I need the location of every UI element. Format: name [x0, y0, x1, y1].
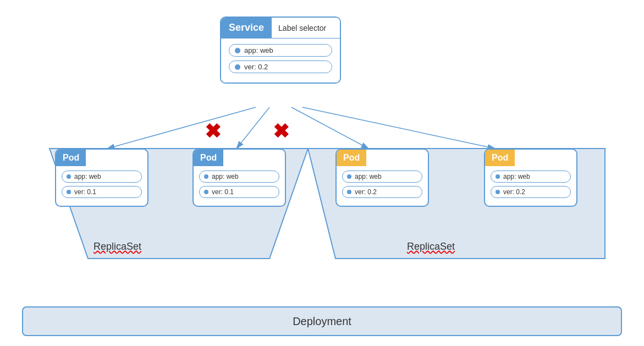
- service-title-row: Service Label selector: [221, 18, 340, 39]
- pod4-label-ver: ver: 0.2: [491, 186, 571, 198]
- dot-icon: [496, 190, 500, 194]
- svg-line-4: [291, 107, 368, 149]
- pod-body-3: app: web ver: 0.2: [337, 166, 428, 206]
- x-mark-2: ✖: [273, 120, 289, 143]
- pod-body-4: app: web ver: 0.2: [485, 166, 576, 206]
- service-box: Service Label selector app: web ver: 0.2: [220, 17, 341, 84]
- service-label-selector: Label selector: [272, 19, 333, 37]
- pod1-label-ver: ver: 0.1: [62, 186, 142, 198]
- pod3-label-ver: ver: 0.2: [342, 186, 422, 198]
- service-body: app: web ver: 0.2: [221, 39, 340, 83]
- pod-header-3: Pod: [337, 150, 428, 166]
- dot-icon: [235, 64, 240, 70]
- pod-box-3: Pod app: web ver: 0.2: [335, 149, 429, 207]
- pod-body-1: app: web ver: 0.1: [56, 166, 147, 206]
- pod4-label-app: app: web: [491, 171, 571, 183]
- deployment-label: Deployment: [293, 315, 351, 328]
- pod-box-2: Pod app: web ver: 0.1: [192, 149, 286, 207]
- x-mark-1: ✖: [205, 120, 221, 143]
- service-header: Service: [221, 18, 272, 38]
- pod2-label-ver: ver: 0.1: [199, 186, 279, 198]
- svg-line-5: [302, 107, 495, 149]
- pod-header-2: Pod: [194, 150, 285, 166]
- service-label-app: app: web: [229, 44, 332, 57]
- dot-icon: [67, 174, 71, 179]
- svg-line-3: [236, 107, 269, 149]
- dot-icon: [235, 48, 240, 53]
- pod-box-4: Pod app: web ver: 0.2: [484, 149, 577, 207]
- dot-icon: [67, 190, 71, 194]
- svg-line-2: [107, 107, 256, 149]
- pod1-label-app: app: web: [62, 171, 142, 183]
- dot-icon: [204, 174, 208, 179]
- pod2-label-app: app: web: [199, 171, 279, 183]
- pod-header-4: Pod: [485, 150, 576, 166]
- replicaset-label-right: ReplicaSet: [407, 241, 455, 252]
- dot-icon: [347, 190, 351, 194]
- service-label-ver: ver: 0.2: [229, 61, 332, 73]
- pod3-label-app: app: web: [342, 171, 422, 183]
- deployment-box: Deployment: [22, 306, 622, 336]
- pod-box-1: Pod app: web ver: 0.1: [55, 149, 148, 207]
- replicaset-label-left: ReplicaSet: [93, 241, 141, 252]
- dot-icon: [204, 190, 208, 194]
- pod-header-1: Pod: [56, 150, 147, 166]
- pod-body-2: app: web ver: 0.1: [194, 166, 285, 206]
- diagram-container: Service Label selector app: web ver: 0.2…: [0, 0, 644, 346]
- dot-icon: [496, 174, 500, 179]
- dot-icon: [347, 174, 351, 179]
